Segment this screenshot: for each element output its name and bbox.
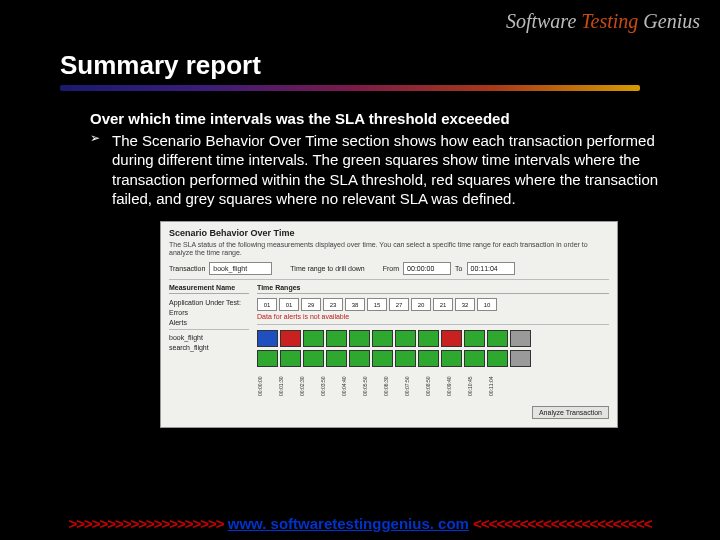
- bullet-text: The Scenario Behavior Over Time section …: [112, 131, 700, 209]
- transaction-select[interactable]: book_flight: [209, 262, 272, 275]
- sla-cell: [372, 330, 393, 347]
- sla-table: Measurement Name Application Under Test:…: [169, 284, 609, 419]
- x-label: 00:10:45: [467, 370, 486, 402]
- tick-cell: 27: [389, 298, 409, 311]
- tick-cell: 20: [411, 298, 431, 311]
- row-label: search_flight: [169, 344, 249, 351]
- bullet-item: ➢ The Scenario Behavior Over Time sectio…: [90, 131, 700, 209]
- tick-cell: 38: [345, 298, 365, 311]
- footer-arrows-right: <<<<<<<<<<<<<<<<<<<<<<<: [473, 515, 651, 532]
- analyze-transaction-button[interactable]: Analyze Transaction: [532, 406, 609, 419]
- x-label: 00:01:30: [278, 370, 297, 402]
- sla-cell: [395, 350, 416, 367]
- sla-cell: [303, 350, 324, 367]
- tick-cell: 29: [301, 298, 321, 311]
- sla-cell: [510, 350, 531, 367]
- x-label: 00:11:04: [488, 370, 507, 402]
- time-column: Time Ranges 01 01 29 23 38 15 27 20 21 3…: [257, 284, 609, 419]
- sla-cell: [326, 330, 347, 347]
- transaction-label: Transaction: [169, 265, 205, 272]
- sla-cell: [395, 330, 416, 347]
- footer: >>>>>>>>>>>>>>>>>>>> www. softwaretestin…: [0, 515, 720, 532]
- divider: [169, 279, 609, 280]
- sla-cell: [326, 350, 347, 367]
- from-label: From: [383, 265, 399, 272]
- sla-cell: [510, 330, 531, 347]
- sla-cell: [441, 350, 462, 367]
- row-label: Application Under Test:: [169, 299, 249, 306]
- col-header-name: Measurement Name: [169, 284, 249, 294]
- name-column: Measurement Name Application Under Test:…: [169, 284, 249, 419]
- x-axis-labels: 00:00:00 00:01:30 00:02:30 00:03:50 00:0…: [257, 370, 609, 402]
- brand-logo: Software Testing Genius: [506, 10, 700, 33]
- section-heading: Over which time intervals was the SLA th…: [90, 109, 700, 129]
- tick-cell: 10: [477, 298, 497, 311]
- sla-cell: [280, 350, 301, 367]
- body-text: Over which time intervals was the SLA th…: [90, 109, 700, 209]
- sla-cell: [487, 330, 508, 347]
- x-label: 00:03:50: [320, 370, 339, 402]
- tick-cell: 21: [433, 298, 453, 311]
- sla-row-book-flight: [257, 330, 609, 347]
- slide-title: Summary report: [60, 50, 700, 81]
- title-underline: [60, 85, 640, 91]
- filter-row: Transaction book_flight Time range to dr…: [169, 262, 609, 275]
- footer-arrows-left: >>>>>>>>>>>>>>>>>>>>: [68, 515, 223, 532]
- bullet-icon: ➢: [90, 131, 112, 209]
- tick-cell: 23: [323, 298, 343, 311]
- logo-word-1: Software: [506, 10, 576, 32]
- logo-word-2: Testing: [581, 10, 638, 32]
- x-label: 00:07:50: [404, 370, 423, 402]
- from-input[interactable]: 00:00:00: [403, 262, 451, 275]
- sla-cell: [349, 330, 370, 347]
- x-label: 00:05:50: [362, 370, 381, 402]
- panel-description: The SLA status of the following measurem…: [169, 241, 609, 258]
- x-label: 00:09:40: [446, 370, 465, 402]
- to-input[interactable]: 00:11:04: [467, 262, 515, 275]
- row-label: Errors: [169, 309, 249, 316]
- sla-cell: [418, 330, 439, 347]
- sla-cell: [441, 330, 462, 347]
- sla-cell: [303, 330, 324, 347]
- sla-cell: [487, 350, 508, 367]
- to-label: To: [455, 265, 462, 272]
- sla-cell: [280, 330, 301, 347]
- tick-cell: 32: [455, 298, 475, 311]
- x-label: 00:02:30: [299, 370, 318, 402]
- embedded-screenshot: Scenario Behavior Over Time The SLA stat…: [160, 221, 618, 429]
- x-label: 00:06:30: [383, 370, 402, 402]
- slide-content: Summary report Over which time intervals…: [60, 50, 700, 428]
- footer-url[interactable]: www. softwaretestinggenius. com: [228, 515, 469, 532]
- sla-cell: [257, 330, 278, 347]
- sla-cell: [349, 350, 370, 367]
- panel-title: Scenario Behavior Over Time: [169, 228, 609, 238]
- tick-cell: 15: [367, 298, 387, 311]
- tick-cell: 01: [279, 298, 299, 311]
- x-label: 00:08:50: [425, 370, 444, 402]
- sla-cell: [464, 330, 485, 347]
- row-label: Alerts: [169, 319, 249, 326]
- sla-cell: [464, 350, 485, 367]
- logo-word-3: Genius: [643, 10, 700, 32]
- col-header-time: Time Ranges: [257, 284, 609, 294]
- row-label: book_flight: [169, 334, 249, 341]
- alerts-note: Data for alerts is not available: [257, 313, 609, 320]
- tick-cell: 01: [257, 298, 277, 311]
- x-label: 00:04:40: [341, 370, 360, 402]
- tick-row: 01 01 29 23 38 15 27 20 21 32 10: [257, 298, 609, 311]
- sla-cell: [257, 350, 278, 367]
- x-label: 00:00:00: [257, 370, 276, 402]
- sla-row-search-flight: [257, 350, 609, 367]
- drill-label: Time range to drill down: [290, 265, 364, 272]
- sla-cell: [372, 350, 393, 367]
- sla-cell: [418, 350, 439, 367]
